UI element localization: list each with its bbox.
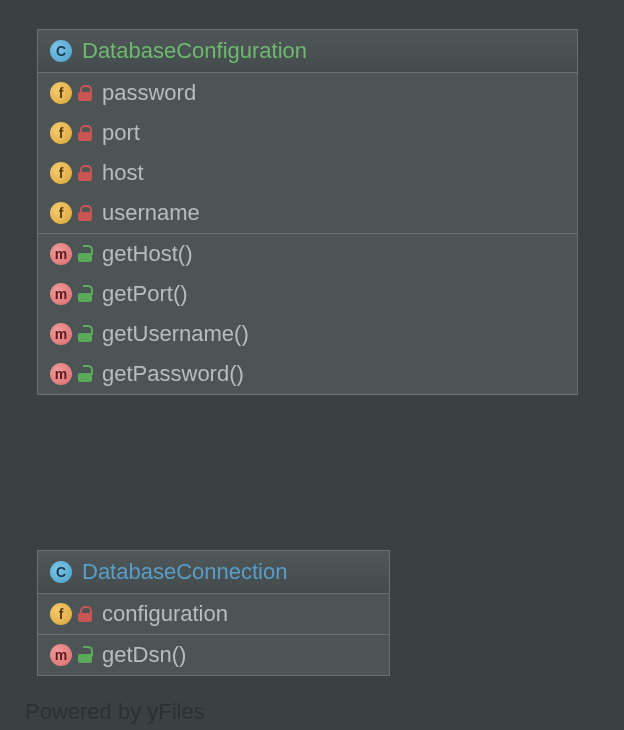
method-icon: m: [50, 363, 72, 385]
watermark-text: Powered by yFiles: [25, 699, 205, 725]
fields-section: fconfiguration: [38, 594, 389, 635]
method-name: getPort(): [102, 281, 188, 307]
class-header[interactable]: CDatabaseConfiguration: [38, 30, 577, 73]
field-row[interactable]: fpassword: [38, 73, 577, 113]
class-box-database-connection[interactable]: CDatabaseConnectionfconfigurationmgetDsn…: [37, 550, 390, 676]
method-icon: m: [50, 323, 72, 345]
field-name: username: [102, 200, 200, 226]
lock-closed-icon: [78, 125, 92, 141]
lock-open-icon: [78, 326, 92, 342]
method-row[interactable]: mgetUsername(): [38, 314, 577, 354]
method-name: getHost(): [102, 241, 192, 267]
lock-open-icon: [78, 647, 92, 663]
class-box-database-configuration[interactable]: CDatabaseConfigurationfpasswordfportfhos…: [37, 29, 578, 395]
lock-open-icon: [78, 246, 92, 262]
lock-closed-icon: [78, 205, 92, 221]
field-row[interactable]: fhost: [38, 153, 577, 193]
field-icon: f: [50, 82, 72, 104]
lock-closed-icon: [78, 165, 92, 181]
field-name: host: [102, 160, 144, 186]
field-name: password: [102, 80, 196, 106]
class-icon: C: [50, 561, 72, 583]
methods-section: mgetHost()mgetPort()mgetUsername()mgetPa…: [38, 234, 577, 394]
field-name: configuration: [102, 601, 228, 627]
method-name: getDsn(): [102, 642, 186, 668]
method-name: getUsername(): [102, 321, 249, 347]
field-row[interactable]: fport: [38, 113, 577, 153]
method-row[interactable]: mgetHost(): [38, 234, 577, 274]
field-row[interactable]: fusername: [38, 193, 577, 233]
field-icon: f: [50, 603, 72, 625]
field-row[interactable]: fconfiguration: [38, 594, 389, 634]
fields-section: fpasswordfportfhostfusername: [38, 73, 577, 234]
method-icon: m: [50, 243, 72, 265]
method-row[interactable]: mgetPassword(): [38, 354, 577, 394]
method-row[interactable]: mgetDsn(): [38, 635, 389, 675]
class-name: DatabaseConfiguration: [82, 38, 307, 64]
class-name: DatabaseConnection: [82, 559, 287, 585]
methods-section: mgetDsn(): [38, 635, 389, 675]
lock-closed-icon: [78, 85, 92, 101]
method-name: getPassword(): [102, 361, 244, 387]
class-header[interactable]: CDatabaseConnection: [38, 551, 389, 594]
field-icon: f: [50, 122, 72, 144]
lock-open-icon: [78, 366, 92, 382]
method-row[interactable]: mgetPort(): [38, 274, 577, 314]
field-name: port: [102, 120, 140, 146]
field-icon: f: [50, 162, 72, 184]
lock-closed-icon: [78, 606, 92, 622]
class-icon: C: [50, 40, 72, 62]
method-icon: m: [50, 644, 72, 666]
field-icon: f: [50, 202, 72, 224]
lock-open-icon: [78, 286, 92, 302]
method-icon: m: [50, 283, 72, 305]
